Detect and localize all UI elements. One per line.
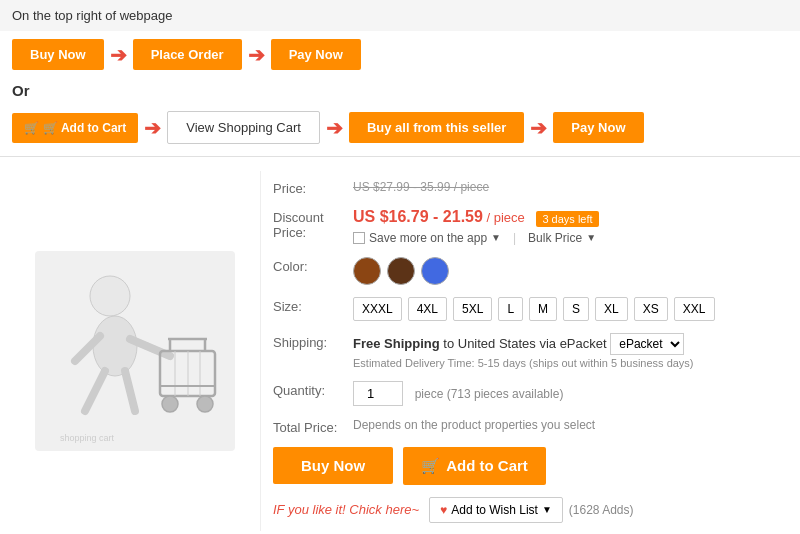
price-label: Price:: [273, 179, 353, 196]
shipping-free-text: Free Shipping: [353, 336, 440, 351]
if-you-like-text: IF you like it! Chick here~: [273, 502, 419, 517]
add-to-cart-main-label: Add to Cart: [446, 457, 528, 474]
discount-price-row: Discount Price: US $16.79 - 21.59 / piec…: [273, 208, 788, 245]
size-l[interactable]: L: [498, 297, 523, 321]
shipping-detail: Estimated Delivery Time: 5-15 days (ship…: [353, 357, 788, 369]
arrow-icon-1: ➔: [110, 43, 127, 67]
save-app-checkbox[interactable]: [353, 232, 365, 244]
save-app-arrow: ▼: [491, 232, 501, 243]
svg-text:shopping cart: shopping cart: [60, 433, 115, 443]
instruction-text: On the top right of webpage: [12, 8, 172, 23]
color-label: Color:: [273, 257, 353, 274]
size-xs[interactable]: XS: [634, 297, 668, 321]
color-swatch-2[interactable]: [387, 257, 415, 285]
arrow-icon-4: ➔: [326, 116, 343, 140]
size-4xl[interactable]: 4XL: [408, 297, 447, 321]
total-price-value: Depends on the product properties you se…: [353, 418, 788, 432]
shipping-value: Free Shipping to United States via ePack…: [353, 333, 788, 369]
cart-icon-main: 🛒: [421, 457, 440, 475]
quantity-row: Quantity: piece (713 pieces available): [273, 381, 788, 406]
quantity-input[interactable]: [353, 381, 403, 406]
add-to-cart-main-button[interactable]: 🛒 Add to Cart: [403, 447, 546, 485]
size-xxxl[interactable]: XXXL: [353, 297, 402, 321]
quantity-available: piece (713 pieces available): [415, 387, 564, 401]
size-row: Size: XXXL 4XL 5XL L M S XL XS XXL: [273, 297, 788, 321]
svg-point-15: [197, 396, 213, 412]
heart-icon: ♥: [440, 503, 447, 517]
discount-label: Discount Price:: [273, 208, 353, 240]
svg-line-5: [125, 371, 135, 411]
quantity-label: Quantity:: [273, 381, 353, 398]
price-original: US $27.99 - 35.99 / piece: [353, 180, 489, 194]
color-row: Color:: [273, 257, 788, 285]
or-divider: Or: [0, 78, 800, 103]
size-label: Size:: [273, 297, 353, 314]
svg-point-1: [93, 316, 137, 376]
arrow-icon-2: ➔: [248, 43, 265, 67]
arrow-icon-3: ➔: [144, 116, 161, 140]
pay-now-button-2[interactable]: Pay Now: [553, 112, 643, 143]
color-swatch-1[interactable]: [353, 257, 381, 285]
add-to-cart-label: 🛒 Add to Cart: [43, 121, 126, 135]
quantity-value-area: piece (713 pieces available): [353, 381, 788, 406]
size-5xl[interactable]: 5XL: [453, 297, 492, 321]
shipping-row: Shipping: Free Shipping to United States…: [273, 333, 788, 369]
shipping-to-text: to United States via ePacket: [443, 336, 606, 351]
total-price-row: Total Price: Depends on the product prop…: [273, 418, 788, 435]
bulk-price-link[interactable]: Bulk Price: [528, 231, 582, 245]
shipping-label: Shipping:: [273, 333, 353, 350]
wishlist-label: Add to Wish List: [451, 503, 538, 517]
total-price-label: Total Price:: [273, 418, 353, 435]
buy-now-main-button[interactable]: Buy Now: [273, 447, 393, 484]
product-details: Price: US $27.99 - 35.99 / piece Discoun…: [260, 171, 800, 531]
pipe-separator: |: [513, 231, 516, 245]
color-swatch-3[interactable]: [421, 257, 449, 285]
place-order-button[interactable]: Place Order: [133, 39, 242, 70]
product-image-area: shopping cart: [10, 171, 260, 531]
instruction-bar: On the top right of webpage: [0, 0, 800, 31]
size-xxl[interactable]: XXL: [674, 297, 715, 321]
price-row: Price: US $27.99 - 35.99 / piece: [273, 179, 788, 196]
price-value: US $27.99 - 35.99 / piece: [353, 179, 788, 194]
wishlist-button[interactable]: ♥ Add to Wish List ▼: [429, 497, 563, 523]
buy-now-button-1[interactable]: Buy Now: [12, 39, 104, 70]
flow-row-1: Buy Now ➔ Place Order ➔ Pay Now: [0, 31, 800, 78]
size-s[interactable]: S: [563, 297, 589, 321]
view-shopping-cart-button[interactable]: View Shopping Cart: [167, 111, 320, 144]
svg-line-4: [85, 371, 105, 411]
buy-all-from-seller-button[interactable]: Buy all from this seller: [349, 112, 524, 143]
svg-point-14: [162, 396, 178, 412]
pay-now-button-1[interactable]: Pay Now: [271, 39, 361, 70]
arrow-icon-5: ➔: [530, 116, 547, 140]
wishlist-count: (1628 Adds): [569, 503, 634, 517]
price-per: / piece: [487, 210, 525, 225]
shipping-select[interactable]: ePacket: [610, 333, 684, 355]
size-m[interactable]: M: [529, 297, 557, 321]
save-app-text: Save more on the app: [369, 231, 487, 245]
product-section: shopping cart Price: US $27.99 - 35.99 /…: [0, 161, 800, 534]
wishlist-row: IF you like it! Chick here~ ♥ Add to Wis…: [273, 497, 788, 523]
shopping-cart-figure-svg: shopping cart: [40, 251, 230, 451]
bulk-price-arrow: ▼: [586, 232, 596, 243]
svg-point-0: [90, 276, 130, 316]
size-options: XXXL 4XL 5XL L M S XL XS XXL: [353, 297, 788, 321]
product-image: shopping cart: [35, 251, 235, 451]
cart-icon-flow: 🛒: [24, 121, 39, 135]
size-xl[interactable]: XL: [595, 297, 628, 321]
discount-value: US $16.79 - 21.59 / piece 3 days left Sa…: [353, 208, 788, 245]
discount-price: US $16.79 - 21.59: [353, 208, 483, 225]
save-app-row: Save more on the app ▼ | Bulk Price ▼: [353, 231, 788, 245]
add-to-cart-button-flow[interactable]: 🛒 🛒 Add to Cart: [12, 113, 138, 143]
flow-row-2: 🛒 🛒 Add to Cart ➔ View Shopping Cart ➔ B…: [0, 103, 800, 152]
section-divider: [0, 156, 800, 157]
color-swatches: [353, 257, 788, 285]
wishlist-dropdown-arrow: ▼: [542, 504, 552, 515]
days-left-badge: 3 days left: [536, 211, 598, 227]
action-buttons: Buy Now 🛒 Add to Cart: [273, 447, 788, 485]
